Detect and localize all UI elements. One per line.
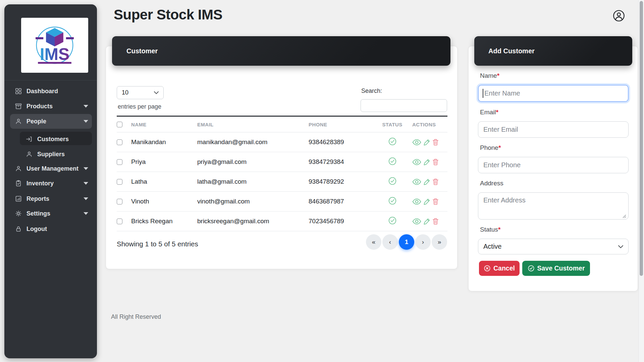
save-button-label: Save Customer xyxy=(537,264,585,272)
sidebar-item-reports[interactable]: Reports xyxy=(4,191,97,206)
user-menu-button[interactable] xyxy=(613,10,625,22)
sidebar-item-label: Settings xyxy=(26,210,50,217)
eye-icon[interactable] xyxy=(412,178,421,185)
trash-icon[interactable] xyxy=(432,218,439,225)
sidebar-divider xyxy=(4,80,97,80)
required-asterisk: * xyxy=(498,226,500,233)
person-icon xyxy=(25,151,33,158)
search-input[interactable] xyxy=(361,99,447,112)
sidebar-item-dashboard[interactable]: Dashboard xyxy=(4,84,97,99)
table-row: Priya priya@gmail.com 9384729384 xyxy=(117,152,447,172)
bar-chart-icon xyxy=(15,195,22,202)
sidebar-item-inventory[interactable]: Inventory xyxy=(4,176,97,191)
person-icon xyxy=(15,118,22,125)
status-active-check-circle-icon[interactable] xyxy=(388,196,397,205)
pencil-icon[interactable] xyxy=(423,159,430,166)
row-checkbox[interactable] xyxy=(117,159,122,165)
cell-name: Bricks Reegan xyxy=(131,212,197,231)
ims-logo-image: IMS xyxy=(25,21,85,70)
sidebar-item-people[interactable]: People xyxy=(4,114,97,129)
eye-icon[interactable] xyxy=(412,139,421,146)
eye-icon[interactable] xyxy=(412,159,421,166)
email-label: Email* xyxy=(480,109,498,116)
entries-per-page-select[interactable]: 10 xyxy=(117,86,164,99)
pencil-icon[interactable] xyxy=(423,139,430,146)
save-customer-button[interactable]: Save Customer xyxy=(522,261,590,276)
table-row: Latha latha@gmail.com 9384789292 xyxy=(117,172,447,192)
pagination-last-button[interactable]: » xyxy=(432,234,447,250)
chevron-down-icon xyxy=(84,212,88,215)
textarea-resize-handle[interactable] xyxy=(622,214,626,220)
chevron-down-icon xyxy=(84,197,88,200)
page-scrollbar-thumb[interactable] xyxy=(640,1,643,276)
pagination-first-button[interactable]: « xyxy=(366,234,381,250)
entries-per-page-value: 10 xyxy=(122,89,128,96)
pencil-icon[interactable] xyxy=(423,198,430,205)
cell-email: priya@gmail.com xyxy=(197,152,309,172)
trash-icon[interactable] xyxy=(432,178,439,185)
eye-icon[interactable] xyxy=(412,218,421,225)
cell-email: vinoth@gmail.com xyxy=(197,192,309,212)
sidebar-item-label: Dashboard xyxy=(26,88,58,95)
app-logo: IMS xyxy=(21,18,88,73)
cell-email: latha@gmail.com xyxy=(197,172,309,192)
status-select[interactable]: Active xyxy=(478,239,629,254)
required-asterisk: * xyxy=(498,144,501,151)
column-header-email: EMAIL xyxy=(197,116,309,132)
row-checkbox[interactable] xyxy=(117,219,122,224)
customer-card-header: Customer xyxy=(112,36,450,66)
sidebar-item-customers[interactable]: Customers xyxy=(4,132,97,146)
chevron-down-icon xyxy=(84,105,88,108)
sidebar-item-user-management[interactable]: User Management xyxy=(4,161,97,176)
pagination-next-button[interactable]: › xyxy=(415,234,431,250)
eye-icon[interactable] xyxy=(412,198,421,205)
cell-name: Latha xyxy=(131,172,197,192)
status-active-check-circle-icon[interactable] xyxy=(388,216,397,225)
dashboard-grid-icon xyxy=(15,88,22,95)
status-active-check-circle-icon[interactable] xyxy=(388,177,397,185)
footer-text: All Right Reserved xyxy=(111,313,161,320)
cell-phone: 9384729384 xyxy=(309,152,372,172)
row-checkbox[interactable] xyxy=(117,199,122,204)
sidebar-item-label: Logout xyxy=(26,226,47,233)
row-checkbox[interactable] xyxy=(117,139,122,145)
name-label: Name* xyxy=(480,72,499,79)
sidebar-item-products[interactable]: Products xyxy=(4,99,97,114)
trash-icon[interactable] xyxy=(432,198,439,205)
page-scrollbar-track[interactable] xyxy=(638,0,644,362)
status-active-check-circle-icon[interactable] xyxy=(388,157,397,166)
cancel-button[interactable]: Cancel xyxy=(479,261,520,276)
row-checkbox[interactable] xyxy=(117,179,122,185)
status-active-check-circle-icon[interactable] xyxy=(388,137,397,146)
check-circle-icon xyxy=(528,265,535,272)
customer-table: NAME EMAIL PHONE STATUS ACTIONS Manikand… xyxy=(117,116,447,231)
pagination: « ‹ 1 › » xyxy=(366,234,447,250)
column-header-status: STATUS xyxy=(372,116,412,132)
pencil-icon[interactable] xyxy=(423,178,430,185)
sidebar-item-suppliers[interactable]: Suppliers xyxy=(4,147,97,162)
sidebar-item-label: Inventory xyxy=(26,180,54,187)
products-box-icon xyxy=(15,103,22,110)
add-customer-card-title: Add Customer xyxy=(488,47,535,55)
cell-phone: 9384789292 xyxy=(309,172,372,192)
pencil-icon[interactable] xyxy=(423,218,430,225)
pagination-prev-button[interactable]: ‹ xyxy=(382,234,398,250)
pagination-page-1-button[interactable]: 1 xyxy=(399,234,414,250)
sidebar-item-logout[interactable]: Logout xyxy=(4,222,97,236)
required-asterisk: * xyxy=(496,109,498,116)
person-circle-icon xyxy=(613,10,625,22)
select-all-checkbox[interactable] xyxy=(117,122,122,127)
clipboard-check-icon xyxy=(15,180,22,187)
phone-label: Phone* xyxy=(480,144,501,152)
address-field[interactable] xyxy=(478,192,629,220)
name-field[interactable] xyxy=(478,85,629,102)
trash-icon[interactable] xyxy=(432,159,439,166)
sidebar-item-settings[interactable]: Settings xyxy=(4,206,97,221)
trash-icon[interactable] xyxy=(432,139,439,146)
phone-field[interactable] xyxy=(478,157,629,173)
entries-per-page-label: entries per page xyxy=(118,103,161,110)
x-circle-icon xyxy=(484,265,491,272)
chevron-down-icon xyxy=(154,91,159,94)
column-header-name: NAME xyxy=(131,116,197,132)
email-field[interactable] xyxy=(478,121,629,138)
